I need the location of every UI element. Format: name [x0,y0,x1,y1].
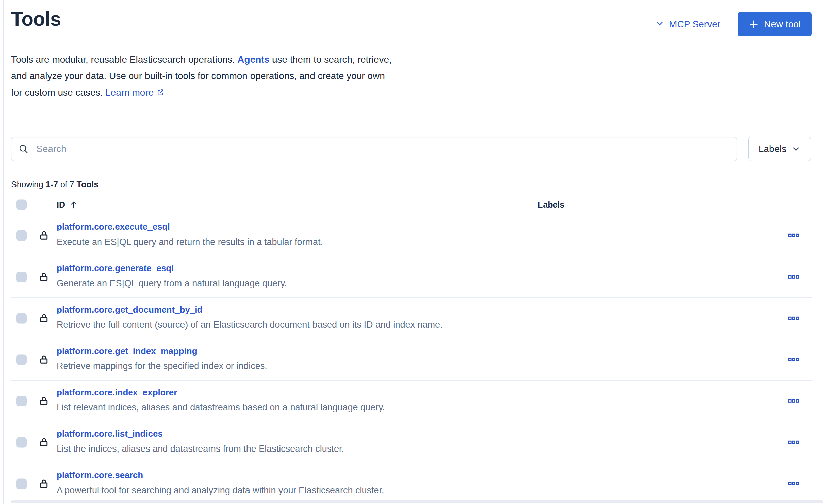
tool-description: List the indices, aliases and datastream… [57,443,771,454]
table-header-row: ID Labels [11,194,812,215]
external-link-icon [156,85,164,102]
select-row-checkbox [16,230,27,241]
intro-text: and analyze your data. Use our built-in … [11,71,385,81]
panel-left-border [3,0,4,504]
table-body: platform.core.execute_esql Execute an ES… [11,215,812,504]
table-row: platform.core.index_explorer List releva… [11,381,812,422]
row-actions-button[interactable] [786,352,801,367]
select-row-checkbox [16,396,27,406]
table-row: platform.core.search A powerful tool for… [11,463,812,504]
mcp-server-label: MCP Server [669,19,720,30]
tool-id-link[interactable]: platform.core.index_explorer [57,387,177,398]
tool-description: Retrieve the full content (source) of an… [57,319,771,330]
id-header-label: ID [57,200,65,210]
labels-filter-label: Labels [759,144,787,154]
horizontal-scrollbar[interactable] [11,500,823,503]
search-input[interactable] [11,137,737,161]
tool-id-link[interactable]: platform.core.get_index_mapping [57,346,197,356]
tool-description: Generate an ES|QL query from a natural l… [57,278,771,289]
labels-filter-button[interactable]: Labels [748,137,811,161]
lock-icon [39,272,49,282]
sort-ascending-arrow-icon [69,200,78,209]
column-header-labels: Labels [538,200,564,210]
select-all-checkbox [16,200,27,210]
tool-description: A powerful tool for searching and analyz… [57,485,771,496]
lock-icon [39,479,49,489]
learn-more-link[interactable]: Learn more [105,87,154,98]
tool-id-link[interactable]: platform.core.generate_esql [57,263,174,274]
tool-id-link[interactable]: platform.core.get_document_by_id [57,304,202,315]
table-row: platform.core.execute_esql Execute an ES… [11,215,812,256]
tool-id-link[interactable]: platform.core.execute_esql [57,221,170,232]
plus-icon [749,19,759,29]
page-description: Tools are modular, reusable Elasticsearc… [11,51,392,102]
tool-description: Retrieve mappings for the specified inde… [57,361,771,371]
table-row: platform.core.get_index_mapping Retrieve… [11,339,812,381]
select-row-checkbox [16,313,27,324]
lock-icon [39,437,49,448]
new-tool-label: New tool [764,19,801,30]
table-row: platform.core.get_document_by_id Retriev… [11,298,812,339]
row-actions-button[interactable] [786,476,801,492]
table-row: platform.core.generate_esql Generate an … [11,256,812,298]
lock-icon [39,355,49,365]
row-actions-button[interactable] [786,228,801,243]
results-summary: Showing 1-7 of 7 Tools [11,180,98,189]
select-row-checkbox [16,437,27,448]
tool-id-link[interactable]: platform.core.list_indices [57,428,163,439]
intro-text: use them to search, retrieve, [269,54,392,65]
select-row-checkbox [16,479,27,489]
lock-icon [39,396,49,406]
lock-icon [39,230,49,241]
row-actions-button[interactable] [786,269,801,285]
tools-table: ID Labels platform.core.execute_esql Exe… [11,194,812,504]
mcp-server-button[interactable]: MCP Server [655,19,720,30]
select-row-checkbox [16,272,27,282]
new-tool-button[interactable]: New tool [738,12,812,36]
agents-link[interactable]: Agents [237,54,269,65]
row-actions-button[interactable] [786,435,801,450]
row-actions-button[interactable] [786,311,801,326]
header-actions: MCP Server New tool [655,12,812,36]
tool-description: List relevant indices, aliases and datas… [57,402,771,413]
table-row: platform.core.list_indices List the indi… [11,422,812,463]
summary-range: 1-7 [46,180,58,189]
select-row-checkbox [16,355,27,365]
chevron-down-icon [655,19,664,30]
search-icon [19,144,29,154]
lock-icon [39,313,49,324]
intro-text: Tools are modular, reusable Elasticsearc… [11,54,237,65]
tool-id-link[interactable]: platform.core.search [57,470,143,480]
table-toolbar: Labels [11,137,811,161]
row-actions-button[interactable] [786,393,801,409]
column-header-id[interactable]: ID [57,200,78,210]
chevron-down-icon [792,145,800,153]
tool-description: Execute an ES|QL query and return the re… [57,237,771,247]
intro-text: for custom use cases. [11,87,105,98]
summary-text: of 7 [58,180,77,189]
page-title: Tools [11,7,61,30]
summary-entity: Tools [77,180,99,189]
summary-text: Showing [11,180,46,189]
